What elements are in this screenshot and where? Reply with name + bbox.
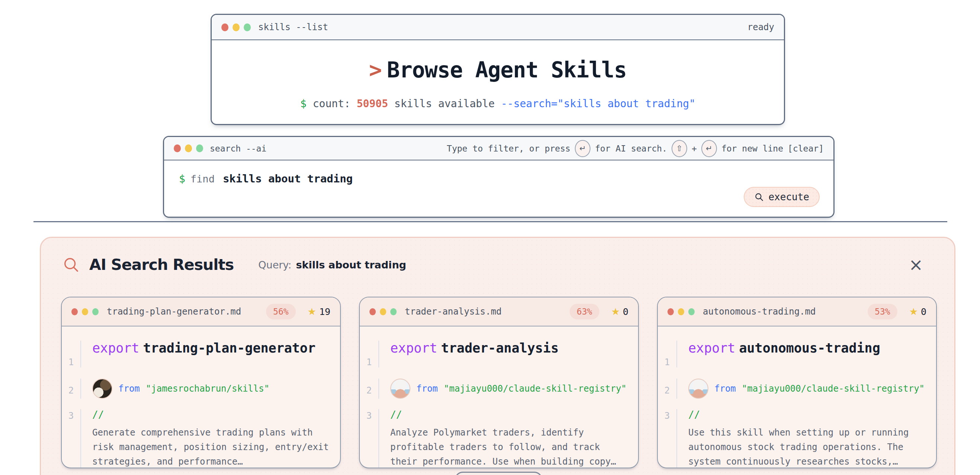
skill-filename: trading-plan-generator.md <box>107 306 241 317</box>
execute-button[interactable]: execute <box>744 187 819 207</box>
line-number: 3 <box>658 409 677 468</box>
skills-count: 50905 <box>357 97 388 110</box>
traffic-light-red-icon <box>72 308 78 315</box>
star-icon: ★ <box>909 306 918 317</box>
results-header: AI Search Results Query: skills about tr… <box>41 238 955 274</box>
skill-source-repo: "majiayu000/claude-skill-registry" <box>444 383 627 394</box>
hint-text: for AI search. <box>595 144 667 153</box>
section-divider <box>33 221 947 222</box>
traffic-light-green-icon <box>196 144 203 152</box>
line-number: 2 <box>62 379 81 398</box>
export-keyword: export <box>390 341 437 355</box>
from-keyword: from <box>416 383 438 394</box>
close-icon[interactable]: × <box>908 256 923 273</box>
page-title: >Browse Agent Skills <box>212 57 784 83</box>
export-keyword: export <box>688 341 735 355</box>
star-icon: ★ <box>308 306 316 317</box>
count-label: count: <box>313 97 350 110</box>
skill-name: trader-analysis <box>441 341 558 355</box>
traffic-light-red-icon <box>369 308 376 315</box>
search-input[interactable]: $ find skills about trading <box>164 161 834 185</box>
star-count: 0 <box>921 306 926 317</box>
stars-display: ★ 0 <box>611 306 628 317</box>
line-number: 1 <box>62 341 81 367</box>
star-icon: ★ <box>611 306 620 317</box>
window-title: search --ai <box>210 144 266 153</box>
clear-button[interactable]: [clear] <box>788 144 824 153</box>
skill-card[interactable]: trading-plan-generator.md 56% ★ 19 1 exp… <box>61 297 341 468</box>
skill-source-repo: "majiayu000/claude-skill-registry" <box>742 383 924 394</box>
card-titlebar: trading-plan-generator.md 56% ★ 19 <box>62 297 340 327</box>
traffic-light-yellow-icon <box>185 144 192 152</box>
card-code-body: 1 exportautonomous-trading 2 from "majia… <box>658 327 936 468</box>
line-number: 1 <box>658 341 677 367</box>
enter-key-icon: ↵ <box>701 140 717 157</box>
card-titlebar: autonomous-trading.md 53% ★ 0 <box>658 297 936 327</box>
prompt-chevron-icon: > <box>369 57 382 83</box>
page-title-text: Browse Agent Skills <box>387 57 627 83</box>
star-count: 19 <box>319 306 330 317</box>
traffic-light-green-icon <box>688 308 695 315</box>
skill-description: Generate comprehensive trading plans wit… <box>92 426 334 468</box>
line-number: 3 <box>360 409 379 468</box>
window-controls <box>369 308 397 315</box>
comment-marker: // <box>688 409 930 420</box>
line-number: 2 <box>658 379 677 398</box>
traffic-light-yellow-icon <box>82 308 88 315</box>
skill-description: Use this skill when setting up or runnin… <box>688 426 930 468</box>
traffic-light-green-icon <box>390 308 397 315</box>
window-title: skills --list <box>258 22 328 32</box>
skill-card[interactable]: trader-analysis.md 63% ★ 0 1 exporttrade… <box>359 297 639 468</box>
traffic-light-green-icon <box>92 308 99 315</box>
stars-display: ★ 19 <box>308 306 330 317</box>
card-code-body: 1 exporttrading-plan-generator 2 from "j… <box>62 327 340 468</box>
line-number: 3 <box>62 409 81 468</box>
window-controls <box>667 308 695 315</box>
skill-description: Analyze Polymarket traders, identify pro… <box>390 426 632 468</box>
window-controls <box>72 308 99 315</box>
query-display: Query: skills about trading <box>258 259 406 271</box>
author-avatar <box>390 379 410 398</box>
results-card-row: trading-plan-generator.md 56% ★ 19 1 exp… <box>61 297 937 468</box>
comment-marker: // <box>390 409 632 420</box>
skill-source-repo: "jamesrochabrun/skills" <box>146 383 269 394</box>
skills-list-titlebar: skills --list ready <box>212 15 784 40</box>
card-titlebar: trader-analysis.md 63% ★ 0 <box>360 297 638 327</box>
skills-list-window: skills --list ready >Browse Agent Skills… <box>211 14 785 125</box>
plus-separator: + <box>692 144 697 153</box>
traffic-light-yellow-icon <box>232 24 240 31</box>
search-titlebar: search --ai Type to filter, or press ↵ f… <box>164 137 834 161</box>
ai-search-results-panel: AI Search Results Query: skills about tr… <box>40 237 955 475</box>
enter-key-icon: ↵ <box>575 140 590 157</box>
match-percent-badge: 53% <box>868 304 897 319</box>
execute-label: execute <box>768 191 809 202</box>
export-keyword: export <box>92 341 139 355</box>
hint-text: Type to filter, or press <box>447 144 570 153</box>
query-label: Query: <box>258 259 291 271</box>
count-suffix: skills available <box>395 97 495 110</box>
traffic-light-green-icon <box>244 24 251 31</box>
hint-text: for new line <box>721 144 783 153</box>
dollar-prompt: $ <box>179 173 185 185</box>
traffic-light-red-icon <box>667 308 674 315</box>
traffic-light-yellow-icon <box>678 308 684 315</box>
stars-display: ★ 0 <box>909 306 926 317</box>
window-controls <box>174 144 203 152</box>
skills-count-line: $ count: 50905 skills available --search… <box>212 97 784 110</box>
from-keyword: from <box>118 383 140 394</box>
search-flag: --search="skills about trading" <box>501 97 695 110</box>
search-input-value: skills about trading <box>223 172 353 185</box>
window-controls <box>221 24 251 31</box>
dollar-prompt: $ <box>300 97 307 110</box>
from-keyword: from <box>714 383 736 394</box>
line-number: 1 <box>360 341 379 367</box>
skill-card[interactable]: autonomous-trading.md 53% ★ 0 1 exportau… <box>657 297 937 468</box>
line-number: 2 <box>360 379 379 398</box>
show-more-button[interactable] <box>455 472 542 475</box>
author-avatar <box>688 379 708 398</box>
skill-filename: autonomous-trading.md <box>703 306 816 317</box>
shift-key-icon: ⇧ <box>671 140 687 157</box>
search-icon <box>62 256 80 273</box>
traffic-light-red-icon <box>221 24 228 31</box>
results-title: AI Search Results <box>89 256 234 274</box>
